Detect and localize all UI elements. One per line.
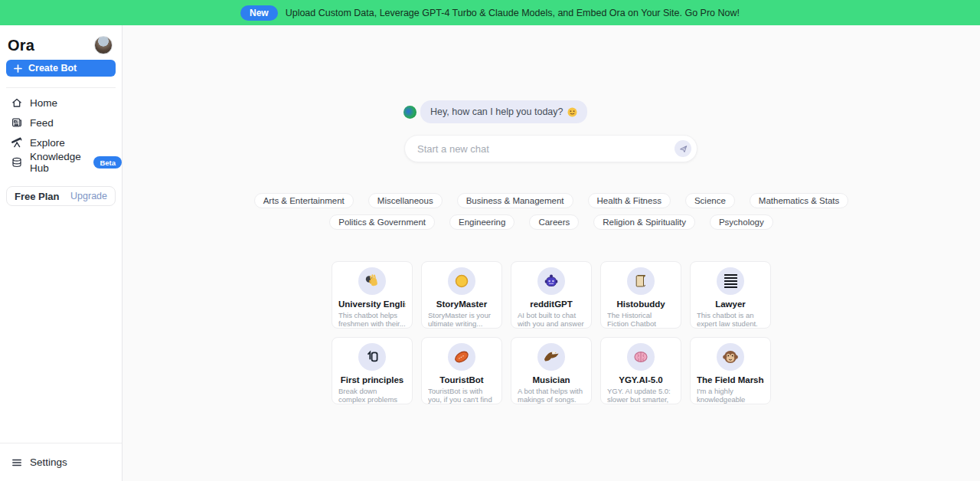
bot-card-field-marshal[interactable]: The Field Marshal I'm a highly knowledge…	[690, 337, 771, 404]
bot-card-musician[interactable]: Musician A bot that helps with makings o…	[511, 337, 592, 404]
bot-card-ygy-ai[interactable]: YGY.AI-5.0 YGY. AI update 5.0: slower bu…	[600, 337, 681, 404]
bot-card-redditgpt[interactable]: redditGPT AI bot built to chat with you …	[511, 261, 592, 329]
bot-name: University English...	[338, 299, 406, 309]
bot-name: The Field Marshal	[697, 375, 764, 384]
user-avatar[interactable]	[94, 36, 113, 54]
one-outline-icon	[358, 343, 386, 371]
new-chat-input[interactable]	[417, 143, 675, 155]
bot-description: StoryMaster is your ultimate writing...	[428, 311, 495, 329]
promo-banner-text: Upload Custom Data, Leverage GPT-4 Turbo…	[286, 8, 740, 18]
bot-name: Musician	[518, 375, 585, 384]
bot-description: YGY. AI update 5.0: slower but smarter, …	[607, 387, 675, 404]
bot-name: Lawyer	[697, 299, 764, 309]
ora-bot-avatar	[403, 106, 416, 119]
bot-description: I'm a highly knowledgeable Bot...	[697, 387, 764, 404]
create-bot-label: Create Bot	[28, 63, 77, 74]
bot-description: Break down complex problems into basic..…	[338, 387, 406, 404]
bot-name: Histobuddy	[607, 299, 675, 309]
category-pills: Arts & Entertainment Miscellaneous Busin…	[122, 193, 980, 230]
send-button[interactable]	[675, 140, 691, 157]
bot-card-histobuddy[interactable]: Histobuddy The Historical Fiction Chatbo…	[600, 261, 681, 329]
bot-name: First principles	[338, 375, 406, 384]
category-pill[interactable]: Careers	[529, 214, 579, 230]
settings-label: Settings	[30, 456, 67, 468]
new-chat-input-wrap	[404, 135, 697, 162]
bot-name: TouristBot	[428, 375, 495, 384]
telescope-icon	[11, 136, 23, 149]
main-content: Hey, how can I help you today? Arts & En…	[122, 25, 980, 481]
bot-name: redditGPT	[518, 299, 585, 309]
bot-card-first-principles[interactable]: First principles Break down complex prob…	[332, 337, 413, 404]
bot-description: This chatbot helps freshmen with their..…	[338, 311, 406, 329]
bot-name: YGY.AI-5.0	[607, 375, 675, 384]
category-pill[interactable]: Arts & Entertainment	[254, 193, 354, 208]
database-icon	[11, 156, 23, 169]
sidebar-item-knowledge-hub[interactable]: Knowledge Hub Beta	[0, 152, 122, 172]
new-badge: New	[240, 5, 278, 21]
beta-badge: Beta	[93, 156, 122, 169]
sidebar-item-label: Explore	[30, 137, 65, 149]
bot-card-lawyer[interactable]: Lawyer This chatbot is an expert law stu…	[690, 261, 771, 329]
settings-button[interactable]: Settings	[0, 456, 67, 469]
book-stack-icon	[717, 267, 744, 295]
category-pill[interactable]: Miscellaneous	[368, 193, 443, 208]
waving-hand-icon	[358, 267, 386, 295]
feed-icon	[11, 116, 23, 129]
sidebar-item-label: Knowledge Hub	[30, 151, 82, 174]
bot-description: The Historical Fiction Chatbot Experienc…	[607, 311, 675, 329]
sidebar-divider	[6, 87, 116, 88]
category-pill[interactable]: Psychology	[710, 214, 773, 230]
category-pill[interactable]: Engineering	[449, 214, 514, 230]
plan-box: Free Plan Upgrade	[6, 186, 116, 206]
greeting-bubble: Hey, how can I help you today?	[420, 100, 587, 123]
sidebar-item-explore[interactable]: Explore	[0, 133, 122, 152]
brain-icon	[627, 343, 655, 371]
purple-robot-icon	[537, 267, 565, 295]
home-icon	[11, 97, 23, 109]
bot-card-storymaster[interactable]: StoryMaster StoryMaster is your ultimate…	[421, 261, 502, 329]
category-pill[interactable]: Religion & Spirituality	[593, 214, 695, 230]
create-bot-button[interactable]: Create Bot	[6, 60, 116, 77]
category-pill[interactable]: Business & Management	[457, 193, 573, 208]
scroll-icon	[627, 267, 655, 295]
category-pill[interactable]: Politics & Government	[329, 214, 435, 230]
category-pill[interactable]: Science	[685, 193, 735, 208]
settings-icon	[11, 456, 23, 469]
bot-description: This chatbot is an expert law student. I…	[697, 311, 764, 329]
bot-card-university-english[interactable]: University English... This chatbot helps…	[332, 261, 413, 329]
category-pill[interactable]: Health & Fitness	[588, 193, 671, 208]
bot-description: TouristBot is with you, if you can't fin…	[428, 387, 495, 404]
bot-card-touristbot[interactable]: TouristBot TouristBot is with you, if yo…	[421, 337, 502, 404]
promo-banner[interactable]: New Upload Custom Data, Leverage GPT-4 T…	[0, 0, 980, 25]
sidebar: Ora Create Bot Home Feed Explore Kn	[0, 25, 122, 481]
football-icon	[448, 343, 475, 371]
bot-description: AI bot built to chat with you and answer…	[518, 311, 585, 329]
send-icon	[678, 144, 688, 154]
sidebar-item-label: Feed	[30, 117, 54, 129]
plan-name: Free Plan	[15, 191, 60, 202]
sidebar-footer: Settings	[0, 443, 122, 481]
greeting-text: Hey, how can I help you today?	[430, 106, 564, 117]
bot-description: A bot that helps with makings of songs. …	[518, 387, 585, 404]
upgrade-link[interactable]: Upgrade	[70, 191, 107, 201]
app-logo: Ora	[8, 37, 34, 54]
monkey-face-icon	[717, 343, 744, 371]
bot-name: StoryMaster	[428, 299, 495, 309]
eagle-icon	[537, 343, 565, 371]
yellow-circle-icon	[448, 267, 475, 295]
smiling-face-emoji-icon	[567, 107, 577, 117]
sidebar-item-label: Home	[30, 97, 57, 109]
sidebar-item-feed[interactable]: Feed	[0, 113, 122, 133]
category-pill[interactable]: Mathematics & Stats	[750, 193, 848, 208]
sidebar-item-home[interactable]: Home	[0, 93, 122, 113]
bot-cards-grid: University English... This chatbot helps…	[122, 261, 980, 404]
plus-icon	[14, 64, 22, 73]
